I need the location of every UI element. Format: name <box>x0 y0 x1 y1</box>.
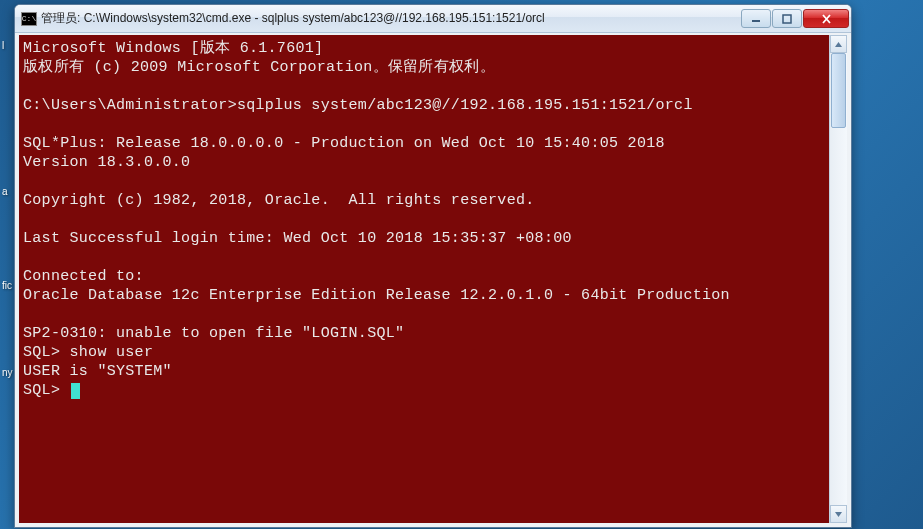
cursor <box>71 383 80 399</box>
title-prefix: 管理员: <box>41 11 84 25</box>
console-line: 版权所有 (c) 2009 Microsoft Corporation。保留所有… <box>23 59 495 76</box>
console-output[interactable]: Microsoft Windows [版本 6.1.7601] 版权所有 (c)… <box>19 35 829 523</box>
scroll-track[interactable] <box>830 53 847 505</box>
console-area: Microsoft Windows [版本 6.1.7601] 版权所有 (c)… <box>15 33 851 527</box>
window-controls <box>741 9 849 28</box>
chevron-down-icon <box>834 510 843 519</box>
scroll-thumb[interactable] <box>831 53 846 128</box>
console-line: Microsoft Windows [版本 6.1.7601] <box>23 40 323 57</box>
console-line: C:\Users\Administrator>sqlplus system/ab… <box>23 97 693 114</box>
desktop-icon-fragment: ny <box>2 367 14 378</box>
console-line: SP2-0310: unable to open file "LOGIN.SQL… <box>23 325 404 342</box>
scroll-up-button[interactable] <box>830 35 847 53</box>
console-line: Connected to: <box>23 268 144 285</box>
console-prompt: SQL> <box>23 382 70 399</box>
desktop-icon-fragment: a <box>2 186 14 197</box>
close-icon <box>821 14 832 24</box>
console-line: SQL> show user <box>23 344 153 361</box>
vertical-scrollbar[interactable] <box>829 35 847 523</box>
minimize-button[interactable] <box>741 9 771 28</box>
console-line: USER is "SYSTEM" <box>23 363 172 380</box>
desktop-icon-fragment: fic <box>2 280 14 291</box>
cmd-icon: C:\ <box>21 12 37 26</box>
cmd-window: C:\ 管理员: C:\Windows\system32\cmd.exe - s… <box>14 4 852 528</box>
titlebar[interactable]: C:\ 管理员: C:\Windows\system32\cmd.exe - s… <box>15 5 851 33</box>
scroll-down-button[interactable] <box>830 505 847 523</box>
window-title: 管理员: C:\Windows\system32\cmd.exe - sqlpl… <box>41 10 741 27</box>
svg-rect-0 <box>752 20 760 22</box>
console-line: Last Successful login time: Wed Oct 10 2… <box>23 230 572 247</box>
minimize-icon <box>751 14 761 24</box>
desktop-icon-fragment: l <box>2 40 14 51</box>
console-line: Oracle Database 12c Enterprise Edition R… <box>23 287 730 304</box>
maximize-button[interactable] <box>772 9 802 28</box>
maximize-icon <box>782 14 792 24</box>
console-line: Copyright (c) 1982, 2018, Oracle. All ri… <box>23 192 535 209</box>
close-button[interactable] <box>803 9 849 28</box>
svg-rect-1 <box>783 15 791 23</box>
console-line: SQL*Plus: Release 18.0.0.0.0 - Productio… <box>23 135 665 152</box>
title-path: C:\Windows\system32\cmd.exe - sqlplus sy… <box>84 11 545 25</box>
console-line: Version 18.3.0.0.0 <box>23 154 190 171</box>
chevron-up-icon <box>834 40 843 49</box>
